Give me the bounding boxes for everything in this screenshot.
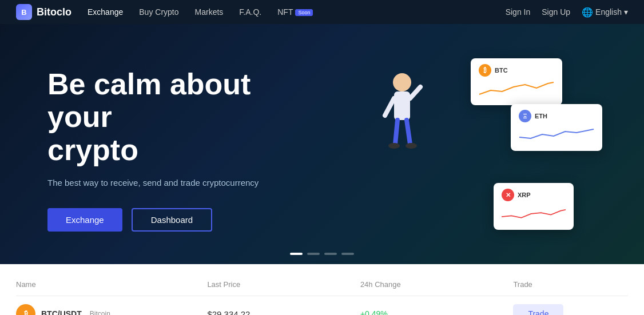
language-selector[interactable]: 🌐 English ▾: [582, 7, 628, 18]
logo[interactable]: B Bitoclo: [16, 4, 71, 20]
btc-label: BTC: [495, 67, 508, 74]
trade-cell: Trade: [513, 304, 628, 315]
language-label: English: [595, 7, 622, 17]
btc-icon: ₿: [479, 64, 491, 77]
eth-icon: Ξ: [519, 110, 531, 122]
hero-section: Be calm about your crypto The best way t…: [0, 24, 644, 264]
svg-point-6: [388, 143, 400, 149]
eth-mini-chart: [519, 126, 594, 143]
btc-chart-card: ₿ BTC: [471, 58, 562, 105]
nft-badge: Soon: [295, 9, 313, 16]
header-change: 24h Change: [360, 280, 514, 289]
hero-subtitle: The best way to receive, send and trade …: [47, 178, 322, 188]
hero-title: Be calm about your crypto: [47, 68, 322, 166]
trade-button[interactable]: Trade: [513, 304, 563, 315]
svg-line-4: [395, 120, 397, 144]
navbar: B Bitoclo Exchange Buy Crypto Markets F.…: [0, 0, 644, 24]
chevron-down-icon: ▾: [624, 7, 628, 17]
nav-faq[interactable]: F.A.Q.: [239, 7, 261, 17]
table-header: Name Last Price 24h Change Trade: [16, 276, 628, 296]
logo-text: Bitoclo: [37, 6, 71, 18]
coin-pair: BTC/USDT: [41, 309, 82, 315]
xrp-chart-card: ✕ XRP: [494, 183, 574, 230]
eth-chart-card: Ξ ETH: [511, 104, 602, 151]
carousel-dots: [290, 253, 354, 255]
hero-text: Be calm about your crypto The best way t…: [47, 68, 322, 232]
eth-label: ETH: [535, 113, 547, 119]
person-figure: [379, 70, 425, 167]
dot-3[interactable]: [324, 253, 337, 255]
nav-right: Sign In Sign Up 🌐 English ▾: [506, 7, 628, 18]
sign-in-link[interactable]: Sign In: [506, 7, 531, 17]
svg-point-7: [406, 143, 417, 149]
hero-content: Be calm about your crypto The best way t…: [36, 24, 608, 264]
header-name: Name: [16, 280, 207, 289]
svg-rect-1: [394, 91, 410, 120]
coin-change: +0.49%: [360, 309, 514, 315]
market-table-section: Name Last Price 24h Change Trade ₿ BTC/U…: [0, 264, 644, 315]
svg-line-2: [385, 98, 394, 115]
coin-full-name: Bitcoin: [90, 310, 110, 315]
xrp-icon: ✕: [502, 189, 514, 201]
dot-4[interactable]: [341, 253, 354, 255]
dot-1[interactable]: [290, 253, 303, 255]
svg-line-5: [407, 120, 410, 144]
hero-illustration: ₿ BTC Ξ ETH ✕: [322, 58, 597, 241]
xrp-mini-chart: [502, 205, 566, 222]
hero-buttons: Exchange Dashboard: [47, 208, 322, 232]
dashboard-button[interactable]: Dashboard: [132, 208, 212, 232]
header-price: Last Price: [207, 280, 360, 289]
nav-left: B Bitoclo Exchange Buy Crypto Markets F.…: [16, 4, 313, 20]
logo-icon: B: [16, 4, 32, 20]
header-trade: Trade: [513, 280, 628, 289]
coin-price: $29,334.22: [207, 309, 360, 316]
btc-mini-chart: [479, 80, 554, 97]
nav-buy-crypto[interactable]: Buy Crypto: [139, 7, 178, 17]
xrp-label: XRP: [518, 192, 531, 198]
nav-exchange[interactable]: Exchange: [88, 7, 123, 17]
svg-line-3: [410, 87, 420, 98]
svg-point-0: [393, 73, 411, 91]
flag-icon: 🌐: [582, 7, 593, 18]
table-row: ₿ BTC/USDT Bitcoin $29,334.22 +0.49% Tra…: [16, 296, 628, 315]
dot-2[interactable]: [307, 253, 320, 255]
nav-nft[interactable]: NFTSoon: [277, 7, 313, 17]
btc-coin-icon: ₿: [16, 304, 35, 315]
sign-up-link[interactable]: Sign Up: [542, 7, 570, 17]
exchange-button[interactable]: Exchange: [47, 208, 122, 232]
nav-markets[interactable]: Markets: [195, 7, 224, 17]
coin-info: ₿ BTC/USDT Bitcoin: [16, 304, 207, 315]
